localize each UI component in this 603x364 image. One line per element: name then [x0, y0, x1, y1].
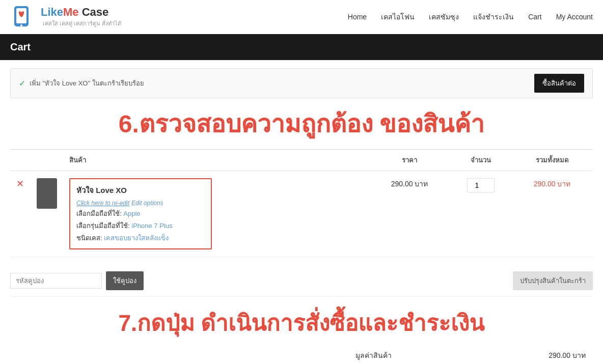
totals-wrapper: มูลค่าสินค้า 290.00 บาท รวมทั้งหมด 290.0…	[10, 345, 593, 364]
type-label: ชนิดเคส:	[76, 234, 102, 242]
cart-table: สินค้า ราคา จำนวน รวมทั้งหมด ✕ หัวใจ Lov…	[10, 149, 593, 257]
logo-text: LikeMe Case	[41, 6, 121, 19]
logo-area: LikeMe Case เคสใส เคสคู่ เคสการ์ตูน สั่ง…	[10, 4, 121, 30]
main-content: ✓ เพิ่ม "หัวใจ Love XO" ในตะกร้าเรียบร้อ…	[0, 60, 603, 364]
annotation-1: 6.ตรวจสอบความถูกต้อง ของสินค้า	[10, 104, 593, 143]
cart-table-header-row: สินค้า ราคา จำนวน รวมทั้งหมด	[10, 150, 593, 171]
col-remove	[10, 150, 31, 171]
remove-button[interactable]: ✕	[16, 178, 24, 189]
product-thumbnail	[37, 178, 57, 209]
coupon-left: ใช้คูปอง	[10, 271, 144, 290]
brand-value: Apple	[123, 210, 140, 217]
brand-label: เลือกมือถือที่ใช้:	[76, 210, 122, 217]
check-icon: ✓	[19, 78, 25, 88]
model-value: iPhone 7 Plus	[131, 222, 172, 230]
remove-cell: ✕	[10, 171, 31, 257]
table-row: ✕ หัวใจ Love XO Click here to re-edit Ed…	[10, 171, 593, 257]
thumb-cell	[31, 171, 63, 257]
re-edit-row: Click here to re-edit Edit options	[76, 199, 205, 207]
subtotal-value: 290.00 บาท	[467, 345, 593, 364]
totals-table: มูลค่าสินค้า 290.00 บาท รวมทั้งหมด 290.0…	[348, 345, 593, 364]
notice-text-area: ✓ เพิ่ม "หัวใจ Love XO" ในตะกร้าเรียบร้อ…	[19, 78, 144, 89]
product-name: หัวใจ Love XO	[76, 184, 205, 197]
continue-shopping-button[interactable]: ซื้อสินค้าต่อ	[534, 74, 584, 93]
type-value: เคสขอบยางใสหลังแข็ง	[104, 234, 169, 242]
notice-bar: ✓ เพิ่ม "หัวใจ Love XO" ในตะกร้าเรียบร้อ…	[10, 68, 593, 98]
nav-cart[interactable]: Cart	[528, 13, 541, 21]
edit-options[interactable]: Edit options	[131, 200, 163, 207]
main-nav: Home เคสไอโฟน เคสซัมซุง แจ้งชำระเงิน Car…	[348, 11, 593, 22]
col-total-header: รวมทั้งหมด	[511, 150, 593, 171]
product-detail-box: หัวใจ Love XO Click here to re-edit Edit…	[69, 178, 212, 249]
qty-cell	[450, 171, 511, 257]
totals-box: มูลค่าสินค้า 290.00 บาท รวมทั้งหมด 290.0…	[348, 345, 593, 364]
brand-attr: เลือกมือถือที่ใช้: Apple	[76, 208, 205, 219]
page-title-bar: Cart	[0, 34, 603, 60]
logo-tagline: เคสใส เคสคู่ เคสการ์ตูน สั่งทำได้	[43, 19, 121, 28]
page-title: Cart	[10, 41, 31, 52]
product-detail-cell: หัวใจ Love XO Click here to re-edit Edit…	[63, 171, 369, 257]
nav-account[interactable]: My Account	[556, 13, 593, 21]
coupon-row: ใช้คูปอง ปรับปรุงสินค้าในตะกร้า	[10, 265, 593, 297]
svg-point-2	[20, 24, 22, 26]
subtotal-label: มูลค่าสินค้า	[348, 345, 467, 364]
model-attr: เลือกรุ่นมือถือที่ใช้: iPhone 7 Plus	[76, 220, 205, 231]
update-cart-button[interactable]: ปรับปรุงสินค้าในตะกร้า	[513, 271, 593, 290]
col-qty-header: จำนวน	[450, 150, 511, 171]
col-price-header: ราคา	[369, 150, 450, 171]
nav-iphone[interactable]: เคสไอโฟน	[381, 11, 415, 22]
nav-payment[interactable]: แจ้งชำระเงิน	[473, 11, 514, 22]
subtotal-row: มูลค่าสินค้า 290.00 บาท	[348, 345, 593, 364]
type-attr: ชนิดเคส: เคสขอบยางใสหลังแข็ง	[76, 233, 205, 243]
col-thumb	[31, 150, 63, 171]
price-cell: 290.00 บาท	[369, 171, 450, 257]
notice-message: เพิ่ม "หัวใจ Love XO" ในตะกร้าเรียบร้อย	[30, 78, 144, 89]
nav-samsung[interactable]: เคสซัมซุง	[429, 11, 459, 22]
apply-coupon-button[interactable]: ใช้คูปอง	[106, 271, 144, 290]
model-label: เลือกรุ่นมือถือที่ใช้:	[76, 222, 130, 230]
quantity-input[interactable]	[467, 178, 495, 192]
col-product-header: สินค้า	[63, 150, 369, 171]
nav-home[interactable]: Home	[348, 13, 367, 21]
header: LikeMe Case เคสใส เคสคู่ เคสการ์ตูน สั่ง…	[0, 0, 603, 34]
logo-me: Me	[63, 6, 79, 18]
logo-icon	[10, 4, 36, 30]
total-cell: 290.00 บาท	[511, 171, 593, 257]
totals-section: มูลค่าสินค้า 290.00 บาท รวมทั้งหมด 290.0…	[10, 345, 593, 364]
annotation-2: 7.กดปุ่ม ดำเนินการสั่งซื้อและชำระเงิน	[10, 305, 593, 341]
coupon-input[interactable]	[10, 273, 102, 289]
logo-like: Like	[41, 6, 63, 18]
logo-case: Case	[79, 6, 109, 18]
re-edit-link[interactable]: Click here to re-edit	[76, 200, 129, 207]
